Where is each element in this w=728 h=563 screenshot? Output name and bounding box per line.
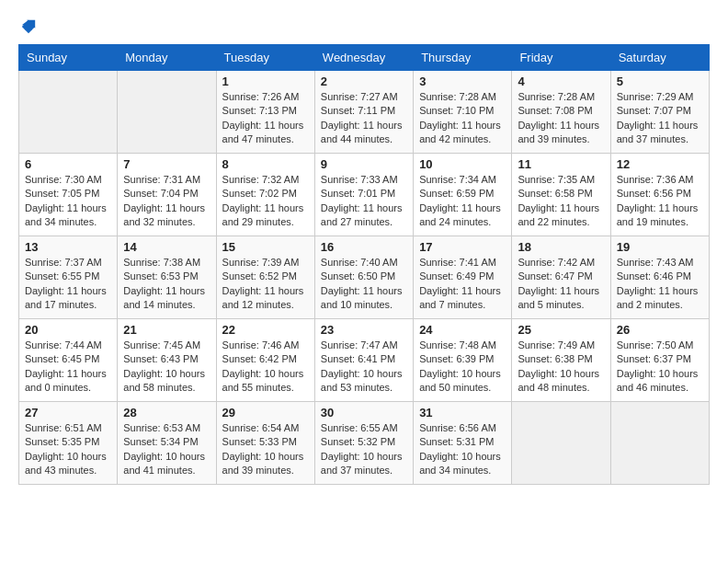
day-number: 19	[617, 240, 703, 254]
week-row-3: 20Sunrise: 7:44 AMSunset: 6:45 PMDayligh…	[19, 319, 710, 402]
day-number: 11	[518, 157, 604, 171]
calendar-cell: 4Sunrise: 7:28 AMSunset: 7:08 PMDaylight…	[512, 71, 610, 154]
day-number: 27	[25, 406, 111, 419]
day-info: Sunrise: 7:41 AMSunset: 6:49 PMDaylight:…	[419, 256, 506, 313]
day-number: 23	[321, 323, 407, 337]
weekday-header-row: SundayMondayTuesdayWednesdayThursdayFrid…	[19, 45, 710, 71]
calendar-cell: 31Sunrise: 6:56 AMSunset: 5:31 PMDayligh…	[414, 402, 512, 485]
calendar-cell: 14Sunrise: 7:38 AMSunset: 6:53 PMDayligh…	[118, 236, 216, 319]
calendar-cell: 1Sunrise: 7:26 AMSunset: 7:13 PMDaylight…	[216, 71, 314, 154]
day-number: 3	[419, 75, 506, 88]
calendar-cell: 29Sunrise: 6:54 AMSunset: 5:33 PMDayligh…	[216, 402, 314, 485]
week-row-2: 13Sunrise: 7:37 AMSunset: 6:55 PMDayligh…	[19, 236, 710, 319]
day-number: 4	[518, 75, 604, 88]
calendar-cell: 19Sunrise: 7:43 AMSunset: 6:46 PMDayligh…	[610, 236, 709, 319]
weekday-header-saturday: Saturday	[610, 45, 709, 71]
day-info: Sunrise: 7:29 AMSunset: 7:07 PMDaylight:…	[617, 90, 703, 147]
day-info: Sunrise: 6:56 AMSunset: 5:31 PMDaylight:…	[419, 421, 506, 478]
logo	[18, 18, 37, 35]
day-number: 20	[25, 323, 111, 337]
calendar-cell: 28Sunrise: 6:53 AMSunset: 5:34 PMDayligh…	[118, 402, 216, 485]
day-number: 5	[617, 75, 703, 88]
day-info: Sunrise: 7:49 AMSunset: 6:38 PMDaylight:…	[518, 339, 604, 396]
week-row-0: 1Sunrise: 7:26 AMSunset: 7:13 PMDaylight…	[19, 71, 710, 154]
calendar-cell: 2Sunrise: 7:27 AMSunset: 7:11 PMDaylight…	[314, 71, 413, 154]
day-info: Sunrise: 6:51 AMSunset: 5:35 PMDaylight:…	[25, 421, 111, 478]
calendar-table: SundayMondayTuesdayWednesdayThursdayFrid…	[18, 44, 710, 485]
day-number: 6	[25, 157, 111, 171]
calendar-cell: 17Sunrise: 7:41 AMSunset: 6:49 PMDayligh…	[414, 236, 512, 319]
day-info: Sunrise: 7:43 AMSunset: 6:46 PMDaylight:…	[617, 256, 703, 313]
calendar-cell	[19, 71, 118, 154]
weekday-header-monday: Monday	[118, 45, 216, 71]
calendar-cell: 24Sunrise: 7:48 AMSunset: 6:39 PMDayligh…	[414, 319, 512, 402]
day-info: Sunrise: 7:36 AMSunset: 6:56 PMDaylight:…	[617, 173, 703, 230]
day-number: 8	[222, 157, 309, 171]
day-info: Sunrise: 6:55 AMSunset: 5:32 PMDaylight:…	[321, 421, 407, 478]
day-info: Sunrise: 7:28 AMSunset: 7:08 PMDaylight:…	[518, 90, 604, 147]
day-number: 18	[518, 240, 604, 254]
calendar-cell: 13Sunrise: 7:37 AMSunset: 6:55 PMDayligh…	[19, 236, 118, 319]
day-number: 21	[123, 323, 210, 337]
week-row-4: 27Sunrise: 6:51 AMSunset: 5:35 PMDayligh…	[19, 402, 710, 485]
day-number: 10	[419, 157, 506, 171]
calendar-cell: 25Sunrise: 7:49 AMSunset: 6:38 PMDayligh…	[512, 319, 610, 402]
day-number: 17	[419, 240, 506, 254]
day-number: 1	[222, 75, 309, 88]
calendar-cell: 16Sunrise: 7:40 AMSunset: 6:50 PMDayligh…	[314, 236, 413, 319]
day-number: 30	[321, 406, 407, 419]
calendar-cell: 30Sunrise: 6:55 AMSunset: 5:32 PMDayligh…	[314, 402, 413, 485]
day-info: Sunrise: 7:48 AMSunset: 6:39 PMDaylight:…	[419, 339, 506, 396]
day-number: 7	[123, 157, 210, 171]
calendar-cell: 7Sunrise: 7:31 AMSunset: 7:04 PMDaylight…	[118, 154, 216, 236]
day-info: Sunrise: 7:39 AMSunset: 6:52 PMDaylight:…	[222, 256, 309, 313]
logo-icon	[20, 18, 37, 35]
day-info: Sunrise: 6:53 AMSunset: 5:34 PMDaylight:…	[123, 421, 210, 478]
day-info: Sunrise: 7:42 AMSunset: 6:47 PMDaylight:…	[518, 256, 604, 313]
calendar-cell: 23Sunrise: 7:47 AMSunset: 6:41 PMDayligh…	[314, 319, 413, 402]
calendar-cell: 12Sunrise: 7:36 AMSunset: 6:56 PMDayligh…	[610, 154, 709, 236]
calendar-cell: 27Sunrise: 6:51 AMSunset: 5:35 PMDayligh…	[19, 402, 118, 485]
weekday-header-friday: Friday	[512, 45, 610, 71]
calendar-cell: 8Sunrise: 7:32 AMSunset: 7:02 PMDaylight…	[216, 154, 314, 236]
day-number: 28	[123, 406, 210, 419]
page-header	[18, 18, 710, 35]
day-number: 29	[222, 406, 309, 419]
calendar-cell: 15Sunrise: 7:39 AMSunset: 6:52 PMDayligh…	[216, 236, 314, 319]
day-number: 2	[321, 75, 407, 88]
day-info: Sunrise: 7:26 AMSunset: 7:13 PMDaylight:…	[222, 90, 309, 147]
calendar-cell: 20Sunrise: 7:44 AMSunset: 6:45 PMDayligh…	[19, 319, 118, 402]
calendar-cell: 3Sunrise: 7:28 AMSunset: 7:10 PMDaylight…	[414, 71, 512, 154]
day-info: Sunrise: 7:32 AMSunset: 7:02 PMDaylight:…	[222, 173, 309, 230]
day-info: Sunrise: 7:33 AMSunset: 7:01 PMDaylight:…	[321, 173, 407, 230]
day-info: Sunrise: 7:46 AMSunset: 6:42 PMDaylight:…	[222, 339, 309, 396]
day-number: 16	[321, 240, 407, 254]
day-info: Sunrise: 7:50 AMSunset: 6:37 PMDaylight:…	[617, 339, 703, 396]
calendar-cell: 18Sunrise: 7:42 AMSunset: 6:47 PMDayligh…	[512, 236, 610, 319]
day-number: 13	[25, 240, 111, 254]
day-info: Sunrise: 7:35 AMSunset: 6:58 PMDaylight:…	[518, 173, 604, 230]
day-number: 22	[222, 323, 309, 337]
day-number: 31	[419, 406, 506, 419]
weekday-header-sunday: Sunday	[19, 45, 118, 71]
day-info: Sunrise: 7:27 AMSunset: 7:11 PMDaylight:…	[321, 90, 407, 147]
calendar-cell	[512, 402, 610, 485]
day-info: Sunrise: 7:28 AMSunset: 7:10 PMDaylight:…	[419, 90, 506, 147]
day-info: Sunrise: 7:38 AMSunset: 6:53 PMDaylight:…	[123, 256, 210, 313]
day-number: 26	[617, 323, 703, 337]
day-info: Sunrise: 7:31 AMSunset: 7:04 PMDaylight:…	[123, 173, 210, 230]
day-number: 14	[123, 240, 210, 254]
day-info: Sunrise: 7:30 AMSunset: 7:05 PMDaylight:…	[25, 173, 111, 230]
calendar-cell: 10Sunrise: 7:34 AMSunset: 6:59 PMDayligh…	[414, 154, 512, 236]
weekday-header-thursday: Thursday	[414, 45, 512, 71]
day-number: 12	[617, 157, 703, 171]
day-info: Sunrise: 6:54 AMSunset: 5:33 PMDaylight:…	[222, 421, 309, 478]
calendar-cell: 11Sunrise: 7:35 AMSunset: 6:58 PMDayligh…	[512, 154, 610, 236]
weekday-header-wednesday: Wednesday	[314, 45, 413, 71]
calendar-cell	[118, 71, 216, 154]
day-number: 9	[321, 157, 407, 171]
day-info: Sunrise: 7:37 AMSunset: 6:55 PMDaylight:…	[25, 256, 111, 313]
day-info: Sunrise: 7:40 AMSunset: 6:50 PMDaylight:…	[321, 256, 407, 313]
day-number: 25	[518, 323, 604, 337]
day-info: Sunrise: 7:45 AMSunset: 6:43 PMDaylight:…	[123, 339, 210, 396]
